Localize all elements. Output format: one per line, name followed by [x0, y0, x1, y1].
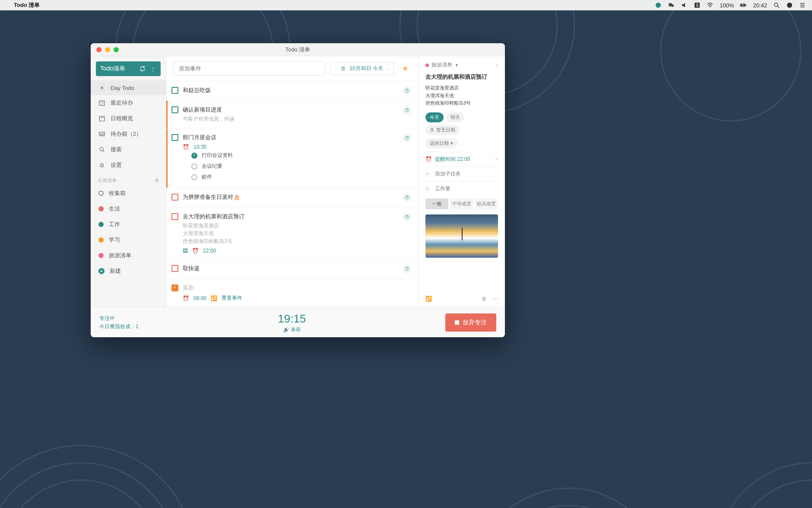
category-dot-icon	[98, 206, 104, 211]
select-date-chip[interactable]: 选择日期 ▾	[425, 138, 457, 148]
detail-panel: 旅游清单 ▼ › 去大理的机票和酒店预订 听花堂海景酒店 大理洱海天境 挖色镇海…	[419, 56, 505, 307]
date-chip-today[interactable]: 今天	[425, 112, 444, 122]
inbox-icon	[98, 131, 105, 137]
tray-app-icon[interactable]	[655, 2, 662, 9]
sidebar-cat-inbox[interactable]: 收集箱	[91, 185, 166, 201]
subtask-row[interactable]: 会议纪要	[183, 161, 398, 172]
sidebar-item-settings[interactable]: ⚙ 设置	[91, 157, 166, 173]
window-maximize-button[interactable]	[114, 47, 119, 52]
focus-sound[interactable]: 🔊春雨	[283, 326, 301, 333]
chevron-right-icon[interactable]: ›	[496, 62, 498, 68]
task-checkbox[interactable]	[171, 265, 178, 272]
task-title: 去大理的机票和酒店预订	[183, 213, 398, 220]
sidebar-cat-travel[interactable]: 旅游清单	[91, 248, 166, 263]
subtask-row[interactable]: 打印会议资料	[183, 150, 398, 161]
sidebar-item-search[interactable]: 搜索	[91, 142, 166, 157]
detail-subtask-row[interactable]: ⤷ 添加子任务	[425, 166, 498, 181]
date-chip-tomorrow[interactable]: 明天	[446, 112, 464, 122]
window-titlebar[interactable]: Todo 清单	[91, 43, 505, 56]
sidebar-header[interactable]: Todo清单 ⋮	[96, 61, 161, 76]
task-checkbox[interactable]	[171, 134, 178, 141]
chevron-left-icon[interactable]: ‹	[334, 66, 338, 71]
clear-icon[interactable]: ×	[495, 156, 498, 162]
tray-clock[interactable]: 20:42	[753, 2, 767, 9]
tray-battery-icon[interactable]	[740, 2, 747, 9]
sidebar-item-label: 最近待办	[111, 99, 133, 107]
svg-rect-16	[99, 116, 105, 121]
difficulty-chip[interactable]: 较高难度	[475, 198, 498, 209]
task-checkbox[interactable]	[171, 213, 178, 220]
tray-wechat-icon[interactable]	[668, 2, 675, 9]
repeat-icon[interactable]: 🔁	[425, 296, 432, 302]
menubar-app-name[interactable]: Todo 清单	[14, 1, 40, 9]
more-icon[interactable]: ⋮	[149, 65, 156, 72]
chip-label: 选择日期	[430, 140, 449, 147]
task-checkbox[interactable]	[171, 284, 178, 291]
sidebar: Todo清单 ⋮ ☀ Day Todo 最近待办 日程概览 待办箱（2）	[91, 56, 166, 307]
difficulty-chip[interactable]: 一般	[425, 198, 448, 209]
theme-sun-icon[interactable]: ☀	[399, 63, 411, 75]
sidebar-cat-life[interactable]: 生活	[91, 201, 166, 217]
trash-icon[interactable]: 🗑	[482, 296, 487, 302]
chevron-down-icon: ▼	[455, 63, 459, 67]
pomodoro-icon[interactable]: ⏱	[403, 265, 411, 273]
window-close-button[interactable]	[96, 47, 102, 52]
sidebar-item-daytodo[interactable]: ☀ Day Todo	[91, 80, 166, 95]
pomodoro-icon[interactable]: ⏱	[403, 134, 411, 142]
svg-rect-7	[746, 4, 747, 6]
task-title: 和赵总吃饭	[183, 86, 398, 94]
task-row[interactable]: 部门月度会议 ⏰ 10:35 打印会议资料 会议纪要 邮件 ⏱	[166, 128, 418, 188]
task-row[interactable]: 取快递 ⏱	[166, 259, 418, 279]
subtask-checkbox[interactable]	[191, 153, 197, 159]
tray-volume-icon[interactable]	[681, 2, 688, 9]
focus-timer: 19:15	[278, 312, 306, 326]
window-minimize-button[interactable]	[105, 47, 110, 52]
svg-point-2	[671, 4, 674, 7]
task-row[interactable]: 和赵总吃饭 ⏱	[166, 81, 418, 101]
stop-focus-button[interactable]: 放弃专注	[445, 313, 496, 332]
tray-spotlight-icon[interactable]	[773, 2, 780, 9]
task-checkbox[interactable]	[171, 194, 178, 201]
sidebar-cat-study[interactable]: 学习	[91, 232, 166, 248]
more-icon[interactable]: ⋯	[493, 296, 498, 302]
subtask-row[interactable]: 邮件	[183, 172, 398, 182]
stop-focus-label: 放弃专注	[463, 319, 487, 326]
subtask-checkbox[interactable]	[191, 163, 197, 169]
sidebar-item-inbox[interactable]: 待办箱（2）	[91, 126, 166, 142]
detail-reminder-row[interactable]: ⏰ 提醒时间 22:00 ×	[425, 152, 498, 166]
sidebar-item-schedule[interactable]: 日程概览	[91, 111, 166, 126]
tray-siri-icon[interactable]	[786, 2, 793, 9]
task-row[interactable]: 确认新项目进度 与客户对齐信息，约谈 ⏱	[166, 101, 418, 128]
task-alarm-time: 22:00	[203, 248, 216, 254]
subtask-checkbox[interactable]	[191, 174, 197, 180]
task-row[interactable]: 去大理的机票和酒店预订 听花堂海景酒店 大理洱海天境 挖色镇海印村船岛3号 🖼 …	[166, 208, 418, 259]
task-checkbox[interactable]	[171, 106, 178, 113]
tray-notifications-icon[interactable]	[799, 2, 806, 9]
difficulty-row: 一般 中等难度 较高难度	[425, 198, 498, 209]
sync-icon[interactable]	[139, 65, 146, 72]
date-selector[interactable]: ‹ 🗓 10月30日 今天 ›	[330, 62, 394, 75]
detail-title[interactable]: 去大理的机票和酒店预订	[425, 73, 498, 81]
sidebar-new-category[interactable]: + 新建	[91, 263, 166, 279]
tray-wifi-icon[interactable]	[707, 2, 714, 9]
pomodoro-icon[interactable]: ⏱	[403, 106, 411, 115]
task-checkbox[interactable]	[171, 87, 178, 94]
section-gear-icon[interactable]: ⚙	[155, 178, 159, 183]
detail-description[interactable]: 听花堂海景酒店 大理洱海天境 挖色镇海印村船岛3号	[425, 84, 498, 107]
task-row[interactable]: 为胖胖准备生日派对🎂 ⏱	[166, 188, 418, 208]
pomodoro-icon[interactable]: ⏱	[403, 193, 411, 202]
task-row[interactable]: 晨跑 ⏰ 08:00 🔁 重复事件	[166, 279, 418, 307]
attachment-thumbnail[interactable]	[425, 214, 498, 258]
sidebar-item-label: 日程概览	[111, 115, 133, 122]
add-task-input[interactable]	[173, 61, 325, 76]
date-chip-nodate[interactable]: 🗓暂无日期	[425, 125, 460, 135]
chevron-right-icon[interactable]: ›	[387, 66, 390, 71]
detail-breadcrumb[interactable]: 旅游清单 ▼ ›	[425, 61, 498, 69]
pomodoro-icon[interactable]: ⏱	[403, 86, 411, 95]
task-list[interactable]: 和赵总吃饭 ⏱ 确认新项目进度 与客户对齐信息，约谈 ⏱ 部门月度会议	[166, 81, 418, 307]
sidebar-item-recent[interactable]: 最近待办	[91, 95, 166, 111]
pomodoro-icon[interactable]: ⏱	[403, 213, 411, 221]
difficulty-chip[interactable]: 中等难度	[450, 198, 473, 209]
tray-input-icon[interactable]: S	[694, 2, 701, 9]
sidebar-cat-work[interactable]: 工作	[91, 217, 166, 232]
